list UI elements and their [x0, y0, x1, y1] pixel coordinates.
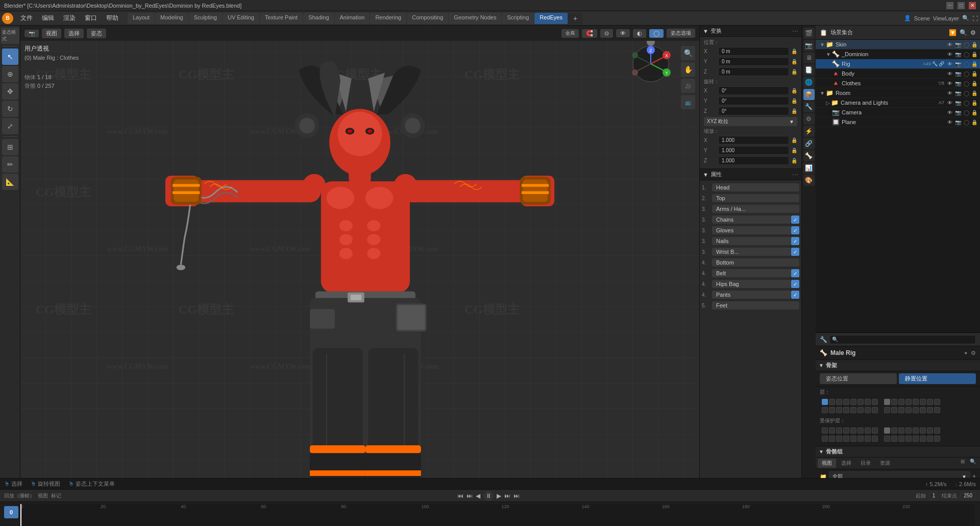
layer-3[interactable]: [836, 399, 842, 405]
viewport-pose-options-btn[interactable]: 姿态选项: [667, 29, 695, 38]
scene-label[interactable]: Scene: [914, 15, 930, 21]
prot-8[interactable]: [872, 427, 878, 434]
prot-14[interactable]: [920, 427, 926, 434]
prot-2[interactable]: [829, 427, 835, 434]
layer-26[interactable]: [891, 407, 897, 413]
layer-11[interactable]: [898, 399, 904, 405]
prot-26[interactable]: [891, 436, 897, 442]
menu-file[interactable]: 文件: [16, 13, 37, 23]
prot-19[interactable]: [836, 436, 842, 442]
measure-tool[interactable]: 📐: [2, 174, 18, 190]
fullscreen-btn[interactable]: ⛶: [972, 15, 978, 21]
layer-5[interactable]: [850, 399, 856, 405]
pos-z-lock[interactable]: 🔒: [791, 69, 797, 75]
layer-20[interactable]: [843, 407, 849, 413]
layer-7[interactable]: [865, 399, 871, 405]
rot-y-lock[interactable]: 🔒: [791, 98, 797, 104]
scale-y-lock[interactable]: 🔒: [791, 148, 797, 153]
prot-4[interactable]: [843, 427, 849, 434]
attr-top-btn[interactable]: Top: [712, 194, 799, 202]
prot-16[interactable]: [934, 427, 940, 434]
attr-wrist-check[interactable]: ✓: [791, 248, 799, 256]
orbit-btn[interactable]: 🔍: [681, 46, 695, 60]
prot-1[interactable]: [822, 427, 828, 434]
skin-visibility-icon[interactable]: 👁: [946, 41, 953, 48]
room-vis-icon[interactable]: 👁: [946, 89, 953, 97]
body-vis-icon[interactable]: 👁: [946, 70, 953, 77]
layer-1[interactable]: [822, 399, 828, 405]
tab-modeling[interactable]: Modeling: [155, 13, 188, 24]
tab-search-icon[interactable]: 🔍: [968, 459, 978, 468]
constraints-icon[interactable]: 🔗: [803, 138, 815, 149]
layer-31[interactable]: [927, 407, 933, 413]
skin-hide-icon[interactable]: ◯: [963, 41, 970, 48]
menu-help[interactable]: 帮助: [102, 13, 122, 23]
prot-13[interactable]: [913, 427, 919, 434]
attr-belt-check[interactable]: ✓: [791, 269, 799, 277]
attr-nails-check[interactable]: ✓: [791, 237, 799, 245]
cl-vis-icon[interactable]: 👁: [946, 99, 953, 106]
pan-btn[interactable]: ✋: [681, 62, 695, 77]
bone-props-icon[interactable]: 🦴: [803, 150, 815, 161]
layer-29[interactable]: [913, 407, 919, 413]
room-lock-icon[interactable]: 🔒: [971, 89, 978, 97]
layer-15[interactable]: [927, 399, 933, 405]
prot-32[interactable]: [934, 436, 940, 442]
clothes-hide-icon[interactable]: ◯: [963, 80, 970, 87]
layer-14[interactable]: [920, 399, 926, 405]
modifier-props-icon[interactable]: 🔧: [803, 101, 815, 112]
viewport-pose-btn[interactable]: 姿态: [87, 29, 106, 38]
room-hide-icon[interactable]: ◯: [963, 89, 970, 97]
tab-catalog[interactable]: 目录: [856, 459, 875, 468]
tab-uv[interactable]: UV Editing: [223, 13, 259, 24]
menu-render[interactable]: 渲染: [59, 13, 80, 23]
pos-y-value[interactable]: 0 m: [718, 57, 789, 66]
object-props-icon[interactable]: 📦: [803, 89, 815, 100]
outliner-search-icon[interactable]: 🔍: [960, 29, 967, 36]
layer-16[interactable]: [934, 399, 940, 405]
particles-icon[interactable]: ⚙: [803, 113, 815, 125]
cl-lock-icon[interactable]: 🔒: [971, 99, 978, 106]
tab-layout[interactable]: Layout: [128, 13, 155, 24]
prot-24[interactable]: [872, 436, 878, 442]
play-btn[interactable]: ▶: [497, 492, 501, 499]
props-search-box[interactable]: 🔍: [829, 335, 976, 344]
prot-11[interactable]: [898, 427, 904, 434]
data-props-icon[interactable]: 📊: [803, 162, 815, 174]
layer-9[interactable]: [884, 399, 890, 405]
layer-6[interactable]: [857, 399, 864, 405]
scene-props-icon[interactable]: 🎬: [803, 28, 815, 39]
view-menu[interactable]: 视图: [38, 492, 48, 499]
rig-vis-icon[interactable]: 👁: [946, 60, 953, 67]
body-lock-icon[interactable]: 🔒: [971, 70, 978, 77]
viewport-matcap-btn[interactable]: ◯: [649, 29, 664, 38]
layer-17[interactable]: [822, 407, 828, 413]
output-props-icon[interactable]: 🖥: [803, 52, 815, 63]
prot-27[interactable]: [898, 436, 904, 442]
tab-animation[interactable]: Animation: [335, 13, 370, 24]
cam-lock-icon[interactable]: 🔒: [971, 109, 978, 116]
tab-add[interactable]: +: [568, 13, 582, 24]
attr-hipsbag-check[interactable]: ✓: [791, 280, 799, 288]
outliner-skin-collection[interactable]: ▼ 📁 Skin 👁 📷 ◯ 🔒: [816, 40, 980, 50]
current-frame-display[interactable]: 0: [4, 506, 18, 518]
marker-menu[interactable]: 标记: [51, 492, 61, 499]
attr-head-btn[interactable]: Head: [712, 183, 799, 192]
tab-rendering[interactable]: Rendering: [370, 13, 406, 24]
scale-x-lock[interactable]: 🔒: [791, 137, 797, 143]
physics-icon[interactable]: ⚡: [803, 126, 815, 137]
outliner-room[interactable]: ▼ 📁 Room 👁 📷 ◯ 🔒: [816, 88, 980, 98]
window-controls[interactable]: − □ ✕: [946, 2, 976, 9]
prot-7[interactable]: [865, 427, 871, 434]
tab-sculpting[interactable]: Sculpting: [189, 13, 222, 24]
room-render-icon[interactable]: 📷: [954, 89, 962, 97]
prot-25[interactable]: [884, 436, 890, 442]
prev-frame-btn[interactable]: ⏭: [467, 492, 473, 499]
prot-31[interactable]: [927, 436, 933, 442]
cam-render-icon[interactable]: 📷: [954, 109, 962, 116]
maximize-button[interactable]: □: [958, 2, 965, 9]
attr-chains-btn[interactable]: Chains: [712, 216, 791, 224]
attr-pants-check[interactable]: ✓: [791, 291, 799, 299]
rest-position-btn[interactable]: 静置位置: [899, 373, 976, 384]
rot-y-value[interactable]: 0°: [718, 97, 789, 105]
